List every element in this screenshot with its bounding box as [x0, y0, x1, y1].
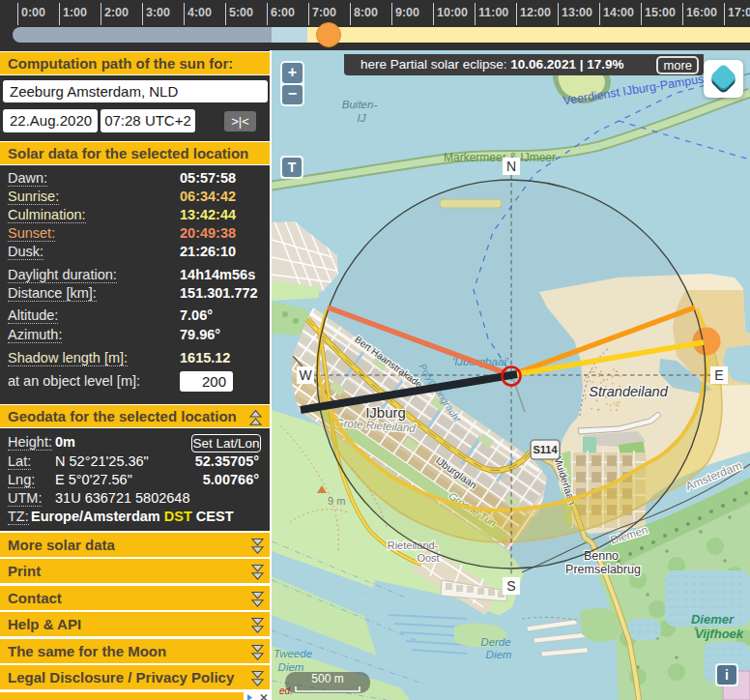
svg-text:Buiten-: Buiten-: [342, 99, 378, 110]
svg-text:S: S: [506, 578, 515, 594]
svg-text:IJ: IJ: [358, 112, 366, 124]
svg-text:Derde: Derde: [480, 636, 510, 648]
svg-text:Diem: Diem: [486, 649, 512, 660]
svg-text:Tweede: Tweede: [274, 648, 312, 659]
svg-text:N: N: [506, 159, 516, 174]
svg-text:9 m: 9 m: [328, 495, 345, 507]
svg-text:E: E: [714, 367, 723, 383]
svg-text:W: W: [299, 367, 312, 383]
svg-text:Diemer: Diemer: [691, 612, 735, 627]
svg-text:Vijfhoek: Vijfhoek: [695, 627, 744, 641]
svg-text:Premselabrug: Premselabrug: [565, 563, 641, 576]
svg-text:Markermeer & IJmeer: Markermeer & IJmeer: [444, 151, 556, 164]
